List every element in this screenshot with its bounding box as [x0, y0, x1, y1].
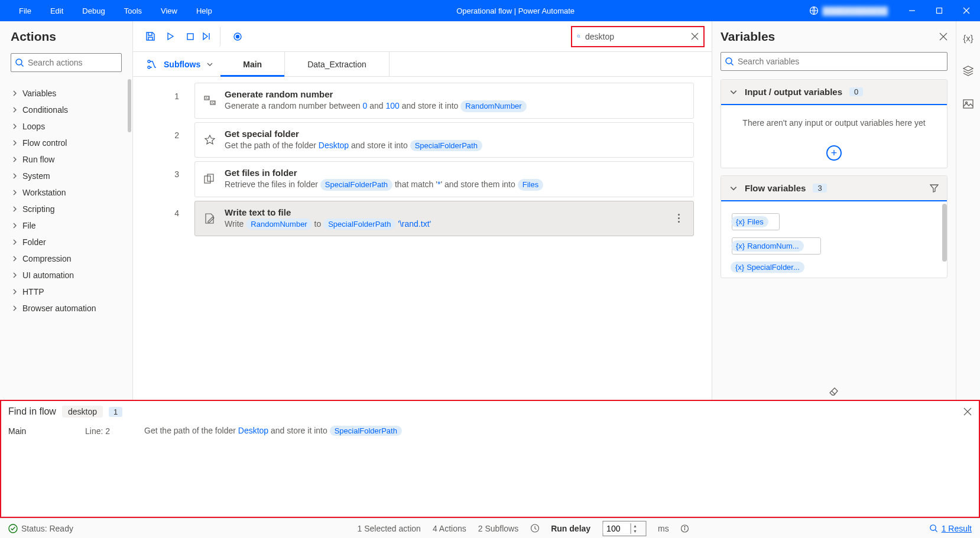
svg-point-15	[148, 60, 150, 63]
scrollbar-thumb[interactable]	[128, 79, 131, 132]
cat-run-flow[interactable]: Run flow	[8, 151, 129, 168]
cat-label: Conditionals	[22, 105, 68, 115]
tab-data-extraction[interactable]: Data_Extraction	[285, 52, 390, 76]
step-get-files-in-folder[interactable]: Get files in folder Retrieve the files i…	[194, 161, 694, 197]
run-button[interactable]	[160, 27, 180, 47]
chevron-right-icon	[12, 272, 18, 278]
step-get-special-folder[interactable]: Get special folder Get the path of the f…	[194, 122, 694, 158]
cat-folder[interactable]: Folder	[8, 234, 129, 250]
variable-pill: SpecialFolderPath	[320, 179, 392, 191]
files-icon	[203, 174, 216, 184]
menu-view[interactable]: View	[151, 0, 187, 21]
svg-point-5	[16, 59, 22, 65]
cat-compression[interactable]: Compression	[8, 250, 129, 267]
svg-point-37	[930, 525, 936, 530]
actions-search[interactable]	[11, 53, 122, 72]
cat-scripting[interactable]: Scripting	[8, 201, 129, 217]
menu-tools[interactable]: Tools	[115, 0, 151, 21]
close-variables-button[interactable]	[939, 32, 947, 41]
menu-debug[interactable]: Debug	[73, 0, 114, 21]
chevron-right-icon	[12, 123, 18, 129]
minimize-button[interactable]	[898, 0, 926, 21]
cat-workstation[interactable]: Workstation	[8, 184, 129, 201]
add-io-variable-button[interactable]: +	[826, 145, 842, 161]
variable-pill: SpecialFolderPath	[330, 426, 402, 436]
subflow-tabs: Subflows Main Data_Extraction	[133, 52, 712, 77]
svg-rect-28	[963, 100, 973, 108]
find-term: desktop	[62, 406, 103, 418]
filter-variables-button[interactable]	[930, 184, 939, 193]
step-button[interactable]	[200, 27, 220, 47]
clear-search-button[interactable]	[691, 32, 699, 40]
cat-file[interactable]: File	[8, 217, 129, 234]
menu-edit[interactable]: Edit	[41, 0, 73, 21]
svg-point-11	[577, 35, 580, 37]
variables-search-input[interactable]	[734, 57, 943, 66]
close-icon	[939, 32, 947, 41]
flow-variable-item[interactable]: {x} Files	[732, 213, 936, 230]
cat-loops[interactable]: Loops	[8, 118, 129, 135]
images-rail-button[interactable]	[960, 96, 976, 112]
flow-canvas: 1 2 3 4 A1A2 Generate random number Gene…	[133, 77, 712, 400]
cat-variables[interactable]: Variables	[8, 85, 129, 102]
close-find-button[interactable]	[963, 407, 972, 416]
chevron-right-icon	[12, 305, 18, 311]
chevron-right-icon	[12, 239, 18, 245]
delay-down[interactable]: ▼	[631, 529, 640, 534]
flow-search[interactable]	[571, 26, 705, 47]
maximize-button[interactable]	[926, 0, 953, 21]
tab-main[interactable]: Main	[220, 52, 285, 76]
actions-search-input[interactable]	[24, 58, 131, 67]
svg-line-6	[21, 64, 24, 67]
variables-rail-button[interactable]: {x}	[960, 30, 976, 46]
find-subflow: Main	[8, 426, 73, 436]
cat-ui-automation[interactable]: UI automation	[8, 267, 129, 283]
find-in-flow-panel: Find in flow desktop 1 Main Line: 2 Get …	[0, 400, 980, 518]
environment-indicator[interactable]: ████████████	[809, 6, 891, 15]
cat-conditionals[interactable]: Conditionals	[8, 102, 129, 118]
close-button[interactable]	[953, 0, 980, 21]
flow-variables-count: 3	[813, 184, 826, 193]
flow-variable-item[interactable]: {x} SpecialFolder...	[732, 262, 936, 273]
variables-search[interactable]	[721, 52, 947, 71]
subflows-icon	[147, 60, 158, 69]
io-variables-empty: There aren't any input or output variabl…	[731, 118, 937, 128]
cat-flow-control[interactable]: Flow control	[8, 135, 129, 151]
subflows-dropdown[interactable]: Subflows	[140, 52, 220, 76]
record-button[interactable]	[228, 27, 248, 47]
ui-elements-rail-button[interactable]	[960, 63, 976, 79]
run-delay-input[interactable]: ▲▼	[602, 521, 646, 536]
clear-variables-button[interactable]	[712, 383, 956, 400]
search-results-link[interactable]: 1 Result	[929, 524, 972, 533]
menu-bar: File Edit Debug Tools View Help	[0, 0, 222, 21]
step-generate-random-number[interactable]: A1A2 Generate random number Generate a r…	[194, 83, 694, 119]
save-button[interactable]	[140, 27, 160, 47]
chevron-down-icon[interactable]	[729, 88, 738, 96]
svg-point-10	[236, 35, 239, 38]
menu-file[interactable]: File	[9, 0, 41, 21]
flow-variable-item[interactable]: {x} RandomNum...	[732, 237, 936, 255]
info-icon[interactable]	[681, 524, 689, 533]
chevron-right-icon	[12, 156, 18, 162]
flow-editor: Subflows Main Data_Extraction 1 2 3 4 A1…	[133, 21, 712, 400]
delay-up[interactable]: ▲	[631, 523, 640, 529]
cat-browser-automation[interactable]: Browser automation	[8, 300, 129, 317]
menu-help[interactable]: Help	[187, 0, 222, 21]
cat-http[interactable]: HTTP	[8, 283, 129, 300]
step-description: Get the path of the folder Desktop and s…	[225, 140, 685, 152]
chevron-down-icon[interactable]	[729, 184, 738, 193]
line-number: 3	[133, 155, 192, 194]
cat-label: Folder	[22, 237, 46, 247]
find-result-row[interactable]: Main Line: 2 Get the path of the folder …	[1, 422, 979, 439]
flow-search-input[interactable]	[580, 32, 689, 41]
image-icon	[963, 99, 973, 109]
step-menu-button[interactable]	[672, 214, 685, 223]
chevron-right-icon	[12, 140, 18, 146]
run-delay-field[interactable]	[603, 524, 630, 533]
svg-text:A1: A1	[206, 96, 209, 100]
cat-system[interactable]: System	[8, 168, 129, 184]
scrollbar-thumb[interactable]	[942, 204, 947, 262]
step-write-text-to-file[interactable]: Write text to file Write RandomNumber to…	[194, 201, 694, 237]
cat-label: Workstation	[22, 188, 66, 197]
stop-button[interactable]	[180, 27, 200, 47]
